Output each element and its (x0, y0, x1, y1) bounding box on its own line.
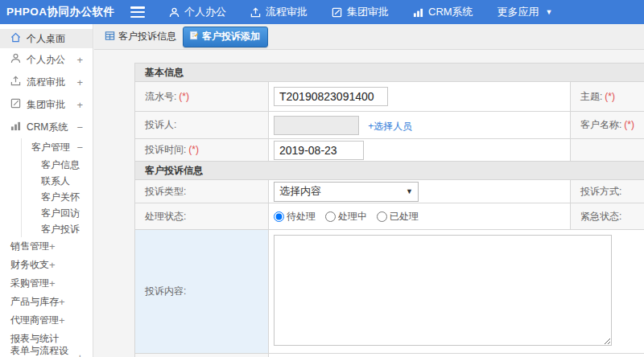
sidebar-item-group-approval[interactable]: 集团审批 + (0, 93, 93, 116)
topnav-label: 流程审批 (266, 5, 308, 19)
bar-chart-icon (413, 7, 423, 18)
complaint-content-textarea[interactable] (274, 235, 612, 346)
radio-label: 待处理 (287, 210, 316, 224)
sidebar-item-purchase-mgmt[interactable]: 采购管理 + (0, 274, 93, 293)
sidebar-item-label: 集团审批 (27, 98, 71, 112)
radio-done-input[interactable] (377, 211, 387, 222)
next-row-field (269, 354, 644, 357)
sidebar-item-customer-mgmt[interactable]: 客户管理 − (22, 138, 93, 157)
tab-complaint-add[interactable]: 客户投诉添加 (183, 27, 268, 47)
sidebar-item-process-approval[interactable]: 流程审批 + (0, 71, 93, 93)
topnav-personal-office[interactable]: 个人办公 (169, 5, 226, 19)
sidebar: 个人桌面 个人办公 + 流程审批 + 集团审批 + CRM系统 − 客户管理 −… (0, 24, 93, 357)
sidebar-item-label: CRM系统 (27, 121, 71, 134)
serial-number-input[interactable] (274, 87, 388, 106)
expand-plus-icon[interactable]: + (76, 99, 83, 111)
handle-status-radio-group: 待处理 处理中 已处理 (274, 210, 570, 224)
sidebar-item-label: 代理商管理 (10, 314, 59, 327)
sidebar-item-label: 表单与流程设置 (10, 344, 76, 357)
topnav-more-apps[interactable]: 更多应用 ▼ (497, 5, 553, 19)
complaint-method-label: 投诉方式: (571, 180, 644, 203)
radio-processing-input[interactable] (325, 211, 336, 222)
tabbar: 客户投诉信息 客户投诉添加 (94, 24, 644, 50)
handle-status-label: 处理状态: (135, 203, 269, 230)
topnav-group-approval[interactable]: 集团审批 (332, 5, 389, 19)
radio-label: 处理中 (338, 210, 367, 224)
urgent-status-label: 紧急状态: (571, 203, 644, 230)
complaint-time-label: 投诉时间:(*) (135, 139, 269, 162)
complainant-label: 投诉人: (135, 112, 269, 139)
complaint-time-input[interactable] (274, 141, 364, 160)
tab-label: 客户投诉信息 (118, 30, 176, 43)
topnav-label: 集团审批 (347, 5, 389, 19)
add-doc-icon (189, 31, 199, 43)
radio-processing[interactable]: 处理中 (325, 210, 367, 224)
sidebar-item-label: 联系人 (41, 174, 70, 188)
section-header-basic-info: 基本信息 (135, 64, 644, 82)
customer-name-label: 客户名称:(*) (571, 112, 644, 139)
expand-plus-icon[interactable]: + (59, 296, 65, 308)
topnav-label: 个人办公 (184, 5, 226, 19)
sidebar-item-product-inventory[interactable]: 产品与库存 + (0, 293, 93, 311)
radio-pending[interactable]: 待处理 (274, 210, 316, 224)
required-mark: (*) (605, 91, 615, 102)
section-header-complaint-info: 客户投诉信息 (135, 162, 644, 180)
expand-plus-icon[interactable]: + (59, 314, 65, 326)
home-icon (10, 32, 21, 45)
person-icon (10, 53, 21, 66)
expand-plus-icon[interactable]: + (76, 351, 83, 357)
subject-label: 主题:(*) (571, 82, 644, 112)
sidebar-item-personal-office[interactable]: 个人办公 + (0, 48, 93, 71)
sidebar-item-label: 流程审批 (27, 76, 71, 89)
choose-person-link[interactable]: +选择人员 (368, 121, 412, 132)
caret-down-icon: ▼ (546, 8, 553, 16)
expand-plus-icon[interactable]: + (49, 240, 56, 252)
main-content: 客户投诉信息 客户投诉添加 基本信息 流水号:(*) 主题:(*) 投诉人: +… (94, 24, 644, 357)
edit-square-icon (10, 98, 21, 111)
complaint-add-form: 基本信息 流水号:(*) 主题:(*) 投诉人: +选择人员 客户名称:(*) … (134, 63, 644, 357)
topnav-label: CRM系统 (428, 5, 473, 19)
hamburger-icon[interactable] (130, 6, 145, 18)
topbar: PHPOA协同办公软件 个人办公 流程审批 集团审批 CRM系统 更多应用 ▼ (0, 0, 644, 24)
sidebar-item-customer-complaint[interactable]: 客户投诉 (22, 221, 93, 237)
sidebar-item-form-flow-settings[interactable]: 表单与流程设置+ (0, 348, 93, 357)
process-icon (10, 76, 21, 88)
sidebar-item-agent-mgmt[interactable]: 代理商管理 + (0, 311, 93, 330)
crm-submenu: 客户管理 − 客户信息 联系人 客户关怀 客户回访 客户投诉 (21, 138, 93, 237)
sidebar-item-sales-mgmt[interactable]: 销售管理 + (0, 237, 93, 256)
collapse-minus-icon[interactable]: − (76, 142, 83, 154)
bar-chart-icon (10, 121, 21, 133)
topnav-process-approval[interactable]: 流程审批 (250, 5, 308, 19)
sidebar-item-label: 客户信息 (41, 158, 80, 172)
sidebar-item-desktop[interactable]: 个人桌面 (0, 29, 93, 48)
select-caret-icon: ▼ (406, 187, 413, 195)
process-icon (250, 7, 261, 18)
expand-plus-icon[interactable]: + (76, 54, 83, 66)
sidebar-item-label: 采购管理 (10, 277, 49, 290)
topnav: 个人办公 流程审批 集团审批 CRM系统 更多应用 ▼ (169, 5, 553, 19)
sidebar-item-label: 客户投诉 (41, 223, 80, 236)
tab-complaint-info[interactable]: 客户投诉信息 (105, 30, 176, 43)
sidebar-item-customer-visit[interactable]: 客户回访 (22, 205, 93, 221)
person-icon (169, 7, 180, 18)
required-mark: (*) (188, 144, 199, 155)
topnav-crm-system[interactable]: CRM系统 (413, 5, 473, 19)
expand-plus-icon[interactable]: + (76, 76, 83, 88)
sidebar-item-label: 客户回访 (41, 207, 80, 220)
complaint-type-select[interactable]: 选择内容 ▼ (274, 182, 419, 202)
sidebar-item-label: 个人桌面 (27, 32, 65, 46)
complainant-input (274, 116, 359, 135)
collapse-minus-icon[interactable]: − (76, 121, 83, 133)
radio-pending-input[interactable] (274, 211, 284, 222)
app-logo: PHPOA协同办公软件 (0, 5, 122, 19)
table-icon (105, 31, 115, 43)
expand-plus-icon[interactable]: + (49, 259, 56, 271)
expand-plus-icon[interactable]: + (49, 277, 56, 289)
sidebar-item-finance[interactable]: 财务收支 + (0, 256, 93, 274)
radio-done[interactable]: 已处理 (377, 210, 419, 224)
sidebar-item-crm-system[interactable]: CRM系统 − (0, 116, 93, 138)
sidebar-item-customer-info[interactable]: 客户信息 (22, 157, 93, 173)
sidebar-item-contacts[interactable]: 联系人 (22, 173, 93, 189)
required-mark: (*) (624, 119, 634, 130)
sidebar-item-customer-care[interactable]: 客户关怀 (22, 189, 93, 205)
